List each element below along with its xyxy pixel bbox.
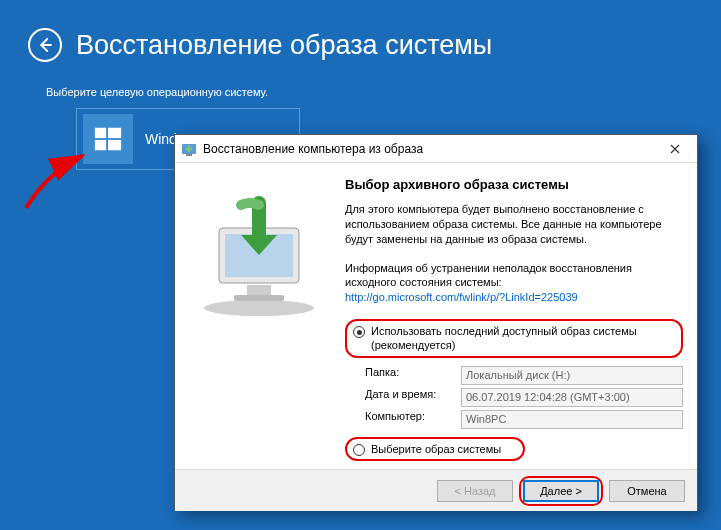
troubleshoot-text: Информация об устранении неполадок восст… xyxy=(345,262,632,289)
windows-logo-icon xyxy=(83,114,133,164)
dialog-heading: Выбор архивного образа системы xyxy=(345,177,683,192)
dialog-icon xyxy=(181,141,197,157)
close-button[interactable] xyxy=(655,138,695,160)
svg-rect-10 xyxy=(247,285,271,295)
dialog-title: Восстановление компьютера из образа xyxy=(203,142,655,156)
radio-icon xyxy=(353,326,365,338)
svg-rect-3 xyxy=(95,140,106,150)
next-button-highlight: Далее > xyxy=(519,476,603,506)
troubleshoot-info: Информация об устранении неполадок восст… xyxy=(345,261,683,306)
page-subtitle: Выберите целевую операционную систему. xyxy=(46,86,721,98)
dialog-titlebar: Восстановление компьютера из образа xyxy=(175,135,697,163)
next-button[interactable]: Далее > xyxy=(523,480,599,502)
page-title: Восстановление образа системы xyxy=(76,30,492,61)
field-folder-label: Папка: xyxy=(365,366,453,385)
svg-rect-4 xyxy=(108,140,121,150)
arrow-left-icon xyxy=(36,36,54,54)
dialog-description: Для этого компьютера будет выполнено вос… xyxy=(345,202,683,247)
dialog-footer: < Назад Далее > Отмена xyxy=(175,469,697,511)
radio-select-image-label: Выберите образ системы xyxy=(371,442,501,456)
back-button[interactable] xyxy=(28,28,62,62)
svg-point-7 xyxy=(204,300,314,316)
restore-dialog: Восстановление компьютера из образа Выбо… xyxy=(174,134,698,510)
svg-rect-6 xyxy=(186,154,192,156)
radio-select-image[interactable]: Выберите образ системы xyxy=(345,437,525,461)
close-icon xyxy=(670,144,680,154)
radio-use-latest[interactable]: Использовать последний доступный образ с… xyxy=(345,319,683,358)
back-wizard-button: < Назад xyxy=(437,480,513,502)
radio-use-latest-label: Использовать последний доступный образ с… xyxy=(371,324,677,353)
field-computer-label: Компьютер: xyxy=(365,410,453,429)
field-datetime-value: 06.07.2019 12:04:28 (GMT+3:00) xyxy=(461,388,683,407)
svg-rect-2 xyxy=(108,128,121,138)
field-computer-value: Win8PC xyxy=(461,410,683,429)
field-datetime-label: Дата и время: xyxy=(365,388,453,407)
field-folder-value: Локальный диск (H:) xyxy=(461,366,683,385)
svg-rect-11 xyxy=(234,295,284,301)
cancel-button[interactable]: Отмена xyxy=(609,480,685,502)
radio-icon xyxy=(353,444,365,456)
troubleshoot-link[interactable]: http://go.microsoft.com/fwlink/p/?LinkId… xyxy=(345,291,578,303)
svg-rect-1 xyxy=(95,128,106,138)
wizard-illustration xyxy=(189,177,339,469)
